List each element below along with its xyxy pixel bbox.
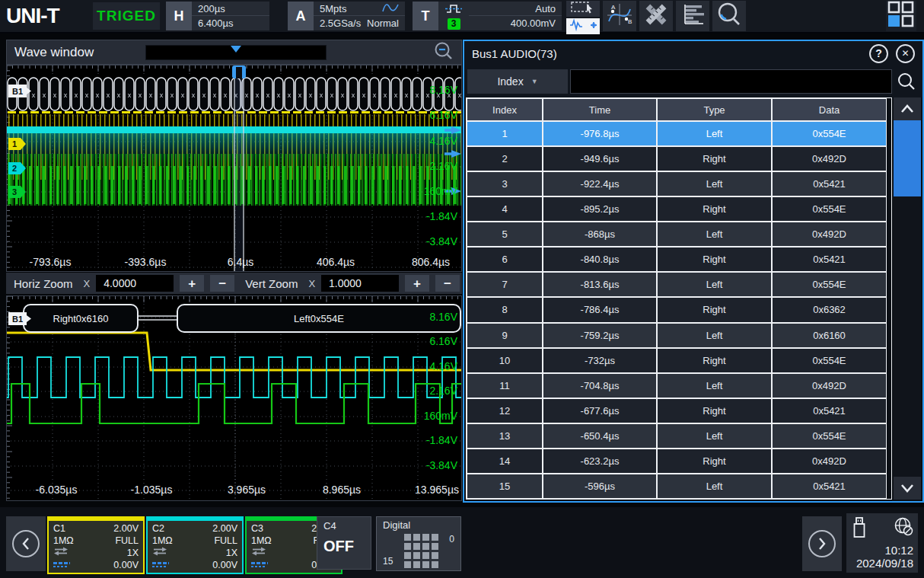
window-layout-icon (887, 1, 915, 31)
search-button[interactable] (892, 69, 921, 94)
channel4-card[interactable]: C4 OFF (317, 516, 371, 570)
horiz-zoom-minus-button[interactable]: − (210, 275, 234, 292)
channel-probe: 1X (127, 548, 139, 558)
cell-data: 0x554E (772, 196, 887, 222)
window-layout-button[interactable] (886, 1, 916, 31)
search-tool-button[interactable] (712, 1, 746, 31)
digital-bit-grid (404, 534, 438, 568)
digital-card[interactable]: Digital 0 15 (376, 516, 461, 571)
wave-window-panel: Wave window x (6, 40, 462, 272)
voltage-label: 2.16V (429, 161, 457, 172)
vert-zoom-minus-button[interactable]: − (435, 275, 460, 292)
measure-button[interactable] (639, 1, 673, 31)
acquire-mode: Normal (367, 18, 399, 29)
time-label: 6.4µs (228, 256, 254, 268)
digital-bit-square (404, 534, 411, 541)
digital-bit-square (413, 552, 420, 559)
col-type[interactable]: Type (657, 98, 772, 121)
vert-zoom-plus-button[interactable]: + (405, 275, 429, 292)
ab-cursor-button[interactable]: AB (603, 1, 636, 31)
ruler-measure-icon (643, 3, 669, 29)
cell-data: 0x5421 (772, 398, 887, 423)
prev-channels-button[interactable] (6, 516, 46, 571)
table-row[interactable]: 8-786.4µsRight0x6362 (467, 297, 891, 322)
table-row[interactable]: 7-813.6µsLeft0x554E (467, 272, 891, 297)
zoom-region-marker (234, 65, 244, 271)
table-row[interactable]: 3-922.4µsLeft0x5421 (467, 171, 891, 196)
table-row[interactable]: 15-596µsLeft0x5421 (467, 474, 891, 499)
acquire-settings-button[interactable]: A 5Mpts 2.5GSa/s Normal (288, 2, 405, 30)
channel-name: C2 (152, 523, 164, 534)
channel-name: C1 (53, 523, 65, 534)
ch2-trace (7, 357, 461, 398)
scrollbar-track[interactable] (894, 120, 921, 477)
minimap-marker[interactable] (231, 46, 241, 53)
cell-type: Right (657, 146, 772, 171)
svg-text:B: B (628, 18, 632, 25)
cell-data: 0x5421 (772, 474, 887, 499)
zoom-waveform-area[interactable]: Right0x6160 Left0x554E B1 8.16V6.16V4.16… (6, 295, 462, 501)
time-label: -6.035µs (36, 484, 78, 496)
trigger-settings-button[interactable]: T 3 Auto 400.00mV (413, 2, 562, 30)
filter-dropdown[interactable]: Index ▼ (467, 69, 568, 94)
table-row[interactable]: 2-949.6µsRight0x492D (467, 146, 891, 171)
select-region-button[interactable] (566, 1, 600, 17)
digital-bit-square (413, 543, 420, 550)
next-panel-button[interactable] (802, 516, 842, 571)
main-waveform-area[interactable]: x (6, 65, 462, 272)
cell-time: -922.4µs (543, 171, 657, 196)
wave-window-title: Wave window (14, 45, 145, 60)
voltage-label: 6.16V (429, 110, 457, 121)
table-row[interactable]: 9-759.2µsLeft0x6160 (467, 323, 891, 348)
svg-text:2: 2 (12, 164, 17, 173)
zoom-out-icon[interactable] (434, 41, 454, 64)
table-row[interactable]: 14-623.2µsRight0x492D (467, 449, 891, 474)
wave-move-button[interactable] (566, 18, 600, 34)
col-index[interactable]: Index (467, 98, 543, 121)
table-row[interactable]: 11-704.8µsLeft0x492D (467, 373, 891, 398)
cell-type: Right (657, 297, 772, 322)
cell-data: 0x492D (772, 373, 887, 398)
cell-data: 0x492D (772, 222, 887, 247)
horiz-mult-prefix: X (84, 278, 91, 289)
offset-level-icon (251, 562, 268, 568)
cell-data: 0x554E (772, 348, 887, 373)
wave-position-minimap[interactable] (145, 45, 327, 60)
bus-panel-title: Bus1 AUDIO(73) (472, 47, 557, 60)
network-disconnected-icon (894, 516, 913, 539)
horiz-zoom-plus-button[interactable]: + (180, 275, 204, 292)
table-row[interactable]: 5-868µsLeft0x492D (467, 222, 891, 247)
channel-impedance: 1MΩ (251, 535, 272, 546)
voltage-label: -3.84V (426, 236, 457, 247)
table-row[interactable]: 6-840.8µsRight0x5421 (467, 247, 891, 272)
horiz-zoom-value[interactable]: 4.0000 (96, 275, 174, 292)
svg-text:B1: B1 (12, 87, 23, 96)
cell-time: -840.8µs (543, 247, 657, 272)
histogram-button[interactable] (676, 1, 709, 31)
scroll-up-button[interactable] (894, 97, 921, 120)
channel-card-c2[interactable]: C22.00V1MΩFULL1X0.00V (146, 516, 244, 574)
table-row[interactable]: 13-650.4µsLeft0x554E (467, 423, 891, 449)
channel-card-c1[interactable]: C12.00V1MΩFULL1X0.00V (47, 516, 145, 574)
scrollbar-thumb[interactable] (894, 120, 921, 196)
col-time[interactable]: Time (543, 98, 657, 121)
offset-level-icon (53, 562, 70, 568)
close-icon[interactable]: ✕ (896, 44, 915, 63)
cell-data: 0x492D (772, 449, 887, 474)
search-icon (897, 72, 916, 91)
table-row[interactable]: 10-732µsRight0x554E (467, 348, 891, 373)
help-icon[interactable]: ? (869, 44, 888, 63)
cell-index: 9 (467, 323, 543, 348)
cell-time: -868µs (543, 222, 657, 247)
table-row[interactable]: 1-976.8µsLeft0x554E (467, 121, 891, 146)
decode-bubble-left0x554e: Left0x554E (177, 305, 460, 332)
vert-zoom-value[interactable]: 1.0000 (321, 275, 399, 292)
scroll-down-button[interactable] (894, 477, 921, 500)
cell-index: 3 (467, 171, 543, 196)
table-row[interactable]: 12-677.6µsRight0x5421 (467, 398, 891, 423)
table-row[interactable]: 4-895.2µsRight0x554E (467, 196, 891, 222)
search-input[interactable] (570, 69, 892, 94)
col-data[interactable]: Data (772, 98, 887, 121)
horizontal-settings-button[interactable]: H 200µs 6.400µs (166, 2, 269, 30)
time-label: -793.6µs (30, 256, 72, 268)
